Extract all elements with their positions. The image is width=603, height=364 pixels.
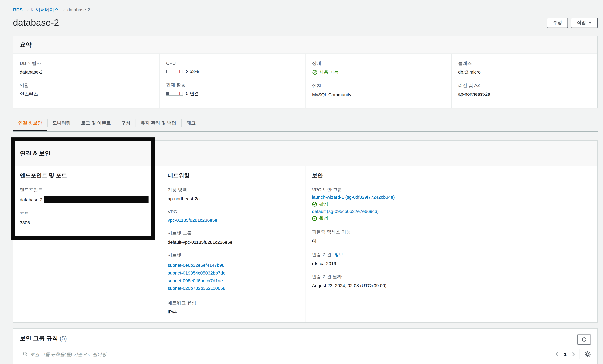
activity-value: 5 연결 xyxy=(186,91,199,97)
sg-rules-filter xyxy=(20,349,249,359)
summary-col-identity: DB 식별자 database-2 역할 인스턴스 xyxy=(13,54,159,108)
availability-zone-value: ap-northeast-2a xyxy=(168,196,299,201)
chevron-right-icon xyxy=(61,8,65,11)
page-title: database-2 xyxy=(13,18,59,28)
ca-date-label: 인증 기관 날짜 xyxy=(312,274,591,280)
chevron-right-icon xyxy=(25,8,29,11)
subnet-list: subnet-0e6b32e5ef4147b98 subnet-019354c0… xyxy=(168,262,299,292)
previous-page-icon[interactable] xyxy=(556,352,560,356)
engine-label: 엔진 xyxy=(312,83,445,89)
cpu-label: CPU xyxy=(166,61,299,66)
refresh-icon xyxy=(581,337,587,342)
networking-section: 네트워킹 가용 영역 ap-northeast-2a VPC vpc-01185… xyxy=(161,166,305,322)
port-label: 포트 xyxy=(20,211,154,217)
sg-rules-filter-input[interactable] xyxy=(20,349,249,359)
endpoint-port-title: 엔드포인트 및 포트 xyxy=(20,172,154,179)
settings-gear-icon[interactable] xyxy=(584,351,591,357)
search-icon xyxy=(23,351,28,357)
security-group-status: 활성 xyxy=(319,216,328,221)
sg-rules-title: 보안 그룹 규칙 (5) xyxy=(20,334,67,342)
subnet-link[interactable]: subnet-019354c05032bb7de xyxy=(168,269,299,277)
ca-date-value: August 23, 2024, 02:08 (UTC+09:00) xyxy=(312,283,591,288)
endpoint-port-section: 엔드포인트 및 포트 엔드포인트 database-2. 포트 3306 xyxy=(13,166,161,322)
network-type-label: 네트워크 유형 xyxy=(168,300,299,306)
security-group-rules-panel: 보안 그룹 규칙 (5) xyxy=(13,328,598,364)
detail-tabs: 연결 & 보안 모니터링 로그 및 이벤트 구성 유지 관리 및 백업 태그 xyxy=(13,116,598,132)
security-section: 보안 VPC 보안 그룹 launch-wizard-1 (sg-0df829f… xyxy=(305,166,597,322)
breadcrumb-rds[interactable]: RDS xyxy=(13,7,23,12)
check-circle-icon xyxy=(312,202,317,207)
subnet-group-label: 서브넷 그룹 xyxy=(168,230,299,236)
breadcrumb-current: database-2 xyxy=(67,7,90,12)
availability-zone-label: 가용 영역 xyxy=(168,187,299,193)
modify-button[interactable]: 수정 xyxy=(547,18,568,28)
caret-down-icon xyxy=(589,22,592,24)
summary-panel-title: 요약 xyxy=(13,36,597,54)
rds-database-detail-page: RDS 데이터베이스 database-2 database-2 수정 작업 요… xyxy=(0,0,603,364)
endpoint-label: 엔드포인트 xyxy=(20,187,154,193)
tab-maintenance-backups[interactable]: 유지 관리 및 백업 xyxy=(135,116,181,131)
subnet-link[interactable]: subnet-0e6b32e5ef4147b98 xyxy=(168,262,299,269)
current-page-number[interactable]: 1 xyxy=(564,352,567,357)
breadcrumb: RDS 데이터베이스 database-2 xyxy=(13,0,598,13)
connectivity-security-panel: 연결 & 보안 엔드포인트 및 포트 엔드포인트 database-2. 포트 … xyxy=(13,140,598,322)
refresh-button[interactable] xyxy=(577,334,591,344)
endpoint-redaction-bar xyxy=(44,196,149,203)
port-value: 3306 xyxy=(20,220,154,225)
engine-value: MySQL Community xyxy=(312,92,445,97)
role-label: 역할 xyxy=(20,83,153,89)
subnet-link[interactable]: subnet-098e0ff6beca7d1ae xyxy=(168,277,299,285)
network-type-value: IPv4 xyxy=(168,309,299,314)
certificate-authority-label: 인증 기관정보 xyxy=(312,252,591,258)
summary-panel: 요약 DB 식별자 database-2 역할 인스턴스 CPU xyxy=(13,36,598,108)
summary-col-status: 상태 사용 가능 엔진 MySQL Community xyxy=(305,54,452,108)
security-group-link[interactable]: launch-wizard-1 (sg-0df829f77242cb34e) xyxy=(312,194,591,200)
actions-button[interactable]: 작업 xyxy=(571,18,598,28)
subnet-group-value: default-vpc-01185f8281c236e5e xyxy=(168,239,299,245)
db-identifier-value: database-2 xyxy=(20,69,153,75)
role-value: 인스턴스 xyxy=(20,91,153,97)
class-value: db.t3.micro xyxy=(458,69,591,75)
vpc-label: VPC xyxy=(168,209,299,214)
networking-title: 네트워킹 xyxy=(168,172,299,179)
subnets-label: 서브넷 xyxy=(168,252,299,258)
status-value: 사용 가능 xyxy=(319,69,339,75)
check-circle-icon xyxy=(312,70,317,75)
db-identifier-label: DB 식별자 xyxy=(20,61,153,67)
vpc-security-groups-label: VPC 보안 그룹 xyxy=(312,187,591,193)
subnet-link[interactable]: subnet-020b732b352110658 xyxy=(168,285,299,293)
pagination: 1 xyxy=(556,349,591,359)
vpc-link[interactable]: vpc-01185f8281c236e5e xyxy=(168,217,217,223)
public-access-value: 예 xyxy=(312,238,591,244)
cpu-meter xyxy=(166,69,183,73)
tab-tags[interactable]: 태그 xyxy=(181,116,201,131)
info-link[interactable]: 정보 xyxy=(335,252,343,257)
security-group-link[interactable]: default (sg-095cb0b32e7e669c6) xyxy=(312,209,591,214)
check-circle-icon xyxy=(312,216,317,221)
sg-rules-count: (5) xyxy=(60,335,67,342)
public-access-label: 퍼블릭 액세스 가능 xyxy=(312,229,591,235)
summary-col-metrics: CPU 2.53% 현재 활동 5 연결 xyxy=(159,54,305,108)
region-az-value: ap-northeast-2a xyxy=(458,91,591,97)
tab-connectivity-security[interactable]: 연결 & 보안 xyxy=(13,116,47,131)
current-activity-label: 현재 활동 xyxy=(166,82,299,88)
cpu-value: 2.53% xyxy=(186,69,199,74)
region-az-label: 리전 및 AZ xyxy=(458,83,591,89)
endpoint-value: database-2. xyxy=(20,196,154,203)
next-page-icon[interactable] xyxy=(571,352,575,356)
tab-monitoring[interactable]: 모니터링 xyxy=(47,116,76,131)
header-actions: 수정 작업 xyxy=(547,18,598,28)
tab-logs-events[interactable]: 로그 및 이벤트 xyxy=(76,116,116,131)
security-title: 보안 xyxy=(312,172,591,179)
divider xyxy=(579,349,580,359)
status-label: 상태 xyxy=(312,61,445,67)
security-group-status: 활성 xyxy=(319,201,328,207)
certificate-authority-value: rds-ca-2019 xyxy=(312,261,591,266)
class-label: 클래스 xyxy=(458,61,591,67)
summary-col-class: 클래스 db.t3.micro 리전 및 AZ ap-northeast-2a xyxy=(452,54,597,108)
tab-configuration[interactable]: 구성 xyxy=(116,116,135,131)
activity-meter xyxy=(166,92,183,95)
connectivity-panel-title: 연결 & 보안 xyxy=(13,141,597,166)
breadcrumb-databases[interactable]: 데이터베이스 xyxy=(31,7,58,13)
